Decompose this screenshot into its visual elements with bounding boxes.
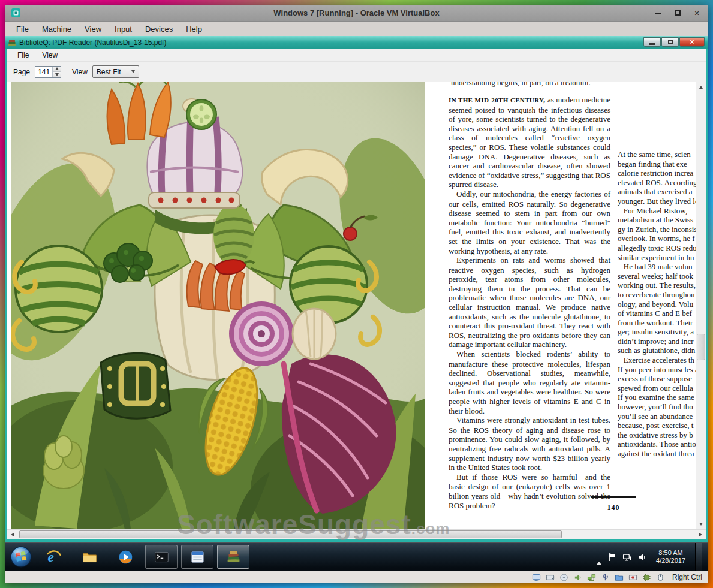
media-player-icon [118,549,134,565]
page-decrement-button[interactable] [53,71,61,77]
taskbar-document-app[interactable] [181,545,213,569]
action-center-flag-icon[interactable] [607,553,616,562]
view-mode-select[interactable]: Best Fit [92,65,139,78]
hdd-icon[interactable] [546,573,555,582]
virtualbox-menubar: FileMachineViewInputDevicesHelp [5,22,708,36]
taskbar-internet-explorer[interactable]: e [37,545,70,569]
column-line: At the same time, scien [618,150,696,159]
paragraph-text: as modern medicine seemed poised to vanq… [449,95,610,189]
page-illustration [11,82,425,529]
vbox-menu-item[interactable]: View [78,23,108,35]
page-increment-button[interactable] [53,67,61,72]
column-line: you’ll see an abundance [618,412,696,421]
pdf-minimize-button[interactable] [643,37,661,47]
taskbar-biblioteq[interactable] [217,545,249,569]
horizontal-scrollbar[interactable] [7,529,706,539]
vbox-window-title: Windows 7 [Running] - Oracle VM VirtualB… [5,8,708,17]
scroll-left-button[interactable] [7,530,17,539]
host-desktop-background: Windows 7 [Running] - Oracle VM VirtualB… [0,0,713,588]
horizontal-scroll-thumb[interactable] [19,530,562,538]
network-status-icon[interactable] [622,553,631,562]
column-line: Exercise accelerates th [618,355,696,365]
column-line: allegedly toxic ROS redu [618,243,696,253]
biblioteq-icon [225,549,242,565]
audio-icon[interactable] [573,573,582,582]
taskbar-command-prompt[interactable] [145,545,178,569]
command-prompt-icon [154,549,170,565]
arrow-right-icon [699,533,702,536]
taskbar-windows-explorer[interactable] [73,545,106,569]
column-line: metabolism at the Swiss [618,215,696,225]
column-line: animals that exercised a [618,187,696,197]
usb-icon[interactable] [601,573,610,582]
tray-show-hidden-icons[interactable] [597,551,601,562]
column-line: spewed from our cellula [618,384,696,393]
page-number-input[interactable] [35,67,52,77]
paragraph-text: When scientists blocked rodents’ ability… [449,349,610,415]
vbox-close-button[interactable]: × [691,8,702,19]
volume-icon[interactable] [637,553,646,562]
paragraph-text: But if those ROS were so harmful—and the… [449,472,610,510]
page-text: understanding begins, in part, on a trea… [427,82,696,529]
host-key-label: Right Ctrl [672,573,702,581]
column-line: calorie restriction increa [618,168,696,178]
vbox-maximize-button[interactable] [672,8,683,19]
page-folio: 140 [591,496,636,512]
scroll-right-button[interactable] [696,530,706,539]
vertical-scrollbar[interactable] [696,82,706,529]
display-icon[interactable] [532,573,541,582]
minimize-icon [649,43,655,45]
vbox-menu-item[interactable]: Input [108,23,139,35]
pdf-reader-window-title: BiblioteQ: PDF Reader (NautilusDi_13-15.… [19,38,166,47]
column-line: ology, and beyond. Volu [618,300,696,309]
show-desktop-button[interactable] [695,543,702,571]
column-line: from the workout. Their [618,318,696,328]
taskbar-media-player[interactable] [109,545,142,569]
arrow-left-icon [11,533,14,536]
vertical-scroll-thumb[interactable] [697,334,705,360]
pdf-menu-item[interactable]: File [11,50,35,61]
view-mode-value: Best Fit [97,68,128,76]
start-button[interactable] [8,544,34,569]
column-line: several weeks; half took [618,272,696,281]
pdf-window-controls: × [643,37,705,47]
virtualbox-window: Windows 7 [Running] - Oracle VM VirtualB… [5,5,708,583]
page-number: 140 [591,503,636,512]
cd-icon[interactable] [559,573,568,582]
virtualbox-titlebar[interactable]: Windows 7 [Running] - Oracle VM VirtualB… [5,5,708,22]
column-line: younger. But they lived lo [618,197,696,206]
pdf-reader-titlebar[interactable]: BiblioteQ: PDF Reader (NautilusDi_13-15.… [5,36,708,49]
folio-rule [591,496,636,498]
page-number-spinner [35,66,61,78]
vbox-menu-item[interactable]: File [10,23,35,35]
features-icon[interactable] [642,573,651,582]
mouse-icon[interactable] [656,573,665,582]
article-paragraph: But if those ROS were so harmful—and the… [449,472,610,510]
clock-date: 4/28/2017 [656,557,685,565]
shared-folder-icon[interactable] [615,573,624,582]
column-line: against the oxidant threa [618,449,696,459]
taskbar-clock[interactable]: 8:50 AM 4/28/2017 [652,549,689,565]
arrow-up-icon [699,86,703,89]
column-line: antioxidants. Those antio [618,439,696,449]
column-line: similar experiment in hu [618,253,696,263]
vbox-menu-item[interactable]: Devices [139,23,179,35]
vbox-menu-item[interactable]: Machine [35,23,78,35]
scroll-up-button[interactable] [696,82,706,92]
network-icon[interactable] [587,573,596,582]
pdf-restore-button[interactable] [661,37,679,47]
recording-icon[interactable] [628,573,637,582]
column-line: because, post-exercise, t [618,421,696,430]
scroll-down-button[interactable] [696,519,706,529]
column-line: the oxidative stress by b [618,430,696,440]
pdf-menu-item[interactable]: View [35,50,64,61]
article-paragraph: Vitamins were strongly antioxidant in te… [449,415,610,472]
vbox-minimize-button[interactable] [653,8,664,19]
arrow-down-icon [55,73,59,76]
arrow-down-icon [699,523,703,526]
vbox-menu-item[interactable]: Help [179,23,209,35]
page-label: Page [13,68,30,76]
pdf-close-button[interactable]: × [679,37,705,47]
pdf-reader-window: BiblioteQ: PDF Reader (NautilusDi_13-15.… [5,36,708,542]
maximize-icon [675,10,681,16]
